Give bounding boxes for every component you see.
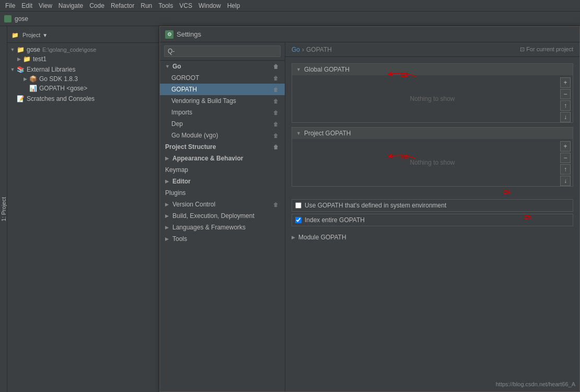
nav-item-goroot[interactable]: GOROOT 🗑 — [160, 72, 285, 84]
nav-item-go[interactable]: ▼ Go 🗑 — [160, 61, 285, 72]
project-panel: 1: Project 📁 Project ▼ ▼ 📁 — [0, 26, 159, 392]
tree-arrow-gosdk: ▶ — [22, 76, 28, 82]
nav-label-gomodule: Go Module (vgo) — [171, 132, 218, 139]
nav-label-editor: Editor — [172, 178, 191, 185]
menu-view[interactable]: View — [36, 2, 55, 9]
nav-item-editor[interactable]: ▶ Editor — [160, 176, 285, 187]
goroot-delete-icon[interactable]: 🗑 — [272, 74, 280, 82]
search-box — [160, 42, 285, 61]
panel-dropdown-icon[interactable]: ▼ — [42, 32, 48, 38]
tree-item-gosdk[interactable]: ▶ 📦 Go SDK 1.8.3 — [7, 74, 159, 84]
nav-label-vcs: Version Control — [172, 201, 215, 208]
website-label: https://blog.csdn.net/heart66_A — [496, 381, 575, 387]
gomodule-delete-icon[interactable]: 🗑 — [272, 132, 280, 139]
gopath-delete-icon[interactable]: 🗑 — [272, 86, 280, 93]
settings-title-bar: ⚙ Settings — [160, 27, 579, 42]
tree-label-ext-libs: External Libraries — [27, 66, 75, 73]
menu-run[interactable]: Run — [137, 2, 155, 9]
tree-item-ext-libs[interactable]: ▼ 📚 External Libraries — [7, 65, 159, 74]
tree-label-test1: test1 — [33, 55, 47, 63]
project-up-btn[interactable]: ↑ — [560, 164, 571, 175]
dep-delete-icon[interactable]: 🗑 — [272, 120, 280, 128]
annotation-4: ⊡4 — [503, 189, 511, 195]
nav-item-keymap[interactable]: Keymap — [160, 164, 285, 176]
menu-tools[interactable]: Tools — [155, 2, 176, 9]
vcs-delete-icon[interactable]: 🗑 — [272, 201, 280, 208]
menu-navigate[interactable]: Navigate — [55, 2, 86, 9]
nav-item-languages[interactable]: ▶ Languages & Frameworks — [160, 222, 285, 233]
global-remove-btn[interactable]: − — [560, 89, 571, 99]
tree-item-scratches[interactable]: 📝 Scratches and Consoles — [7, 94, 159, 103]
imports-delete-icon[interactable]: 🗑 — [272, 109, 280, 116]
nav-item-gopath[interactable]: GOPATH 🗑 — [160, 84, 285, 95]
vendoring-delete-icon[interactable]: 🗑 — [272, 97, 280, 105]
panel-header-text: Project — [22, 32, 40, 38]
module-gopath-row[interactable]: ▶ Module GOPATH — [285, 232, 579, 243]
nav-label-vendoring: Vendoring & Build Tags — [171, 97, 236, 105]
settings-title: Settings — [177, 30, 201, 38]
scratches-icon: 📝 — [17, 95, 25, 102]
project-add-btn[interactable]: + — [560, 141, 571, 152]
global-add-btn[interactable]: + — [560, 77, 571, 88]
title-bar: gose — [0, 11, 580, 26]
menu-refactor[interactable]: Refactor — [108, 2, 137, 9]
menu-file[interactable]: File — [2, 2, 18, 9]
nav-label-project-structure: Project Structure — [165, 143, 216, 151]
nav-item-vcs[interactable]: ▶ Version Control 🗑 — [160, 199, 285, 210]
menu-vcs[interactable]: VCS — [176, 2, 195, 9]
menu-help[interactable]: Help — [224, 2, 243, 9]
tree-item-gose[interactable]: ▼ 📁 gose E:\golang_code\gose — [7, 45, 159, 54]
nav-item-plugins[interactable]: Plugins — [160, 187, 285, 199]
settings-search-input[interactable] — [164, 45, 281, 57]
tree-item-test1[interactable]: ▶ 📁 test1 — [7, 54, 159, 64]
project-tab[interactable]: 1: Project — [0, 26, 7, 392]
project-gopath-header[interactable]: ▼ Project GOPATH — [292, 128, 573, 139]
project-gopath-arrow: ▼ — [296, 131, 301, 136]
nav-item-dep[interactable]: Dep 🗑 — [160, 118, 285, 130]
nav-label-appearance: Appearance & Behavior — [172, 155, 243, 162]
breadcrumb-sep: › — [302, 46, 304, 53]
tree-item-gopath[interactable]: 📊 GOPATH <gose> — [7, 84, 159, 93]
breadcrumb-gopath: GOPATH — [306, 46, 332, 53]
projstruct-delete-icon[interactable]: 🗑 — [272, 143, 280, 151]
go-delete-icon[interactable]: 🗑 — [272, 63, 280, 70]
tools-expand-icon: ▶ — [165, 236, 170, 241]
menu-bar: File Edit View Navigate Code Refactor Ru… — [0, 0, 580, 11]
nav-item-build[interactable]: ▶ Build, Execution, Deployment — [160, 210, 285, 222]
global-down-btn[interactable]: ↓ — [560, 112, 571, 122]
menu-window[interactable]: Window — [195, 2, 224, 9]
folder-icon: 📁 — [11, 32, 19, 38]
for-project-label: ⊡ For current project — [520, 46, 573, 53]
menu-edit[interactable]: Edit — [18, 2, 36, 9]
breadcrumb-go[interactable]: Go — [292, 46, 300, 53]
gopath-icon: 📊 — [29, 85, 37, 92]
nav-item-vendoring[interactable]: Vendoring & Build Tags 🗑 — [160, 95, 285, 107]
use-gopath-checkbox[interactable] — [295, 202, 301, 209]
global-up-btn[interactable]: ↑ — [560, 100, 571, 111]
global-gopath-arrow: ▼ — [296, 67, 301, 72]
nav-label-imports: Imports — [171, 109, 192, 116]
annotation-4-text: ⊡4 — [503, 189, 511, 195]
nav-item-gomodule[interactable]: Go Module (vgo) 🗑 — [160, 130, 285, 141]
global-gopath-header[interactable]: ▼ Global GOPATH — [292, 64, 573, 75]
ext-libs-icon: 📚 — [17, 66, 25, 73]
nav-label-build: Build, Execution, Deployment — [172, 212, 254, 220]
nav-item-tools[interactable]: ▶ Tools — [160, 233, 285, 245]
global-gopath-body: Nothing to show + − ↑ ↓ — [292, 75, 573, 122]
index-gopath-label: Index entire GOPATH — [305, 216, 365, 224]
bottom-options: ⊡4 Use GOPATH that's defined in system e… — [285, 191, 579, 232]
project-down-btn[interactable]: ↓ — [560, 176, 571, 186]
nav-item-project-structure[interactable]: Project Structure 🗑 — [160, 141, 285, 153]
nav-item-appearance[interactable]: ▶ Appearance & Behavior — [160, 153, 285, 164]
tree-arrow-scratches — [9, 96, 16, 102]
index-gopath-checkbox[interactable] — [295, 217, 301, 223]
project-gopath-title: Project GOPATH — [304, 130, 351, 137]
app-title: gose — [15, 15, 28, 22]
project-remove-btn[interactable]: − — [560, 153, 571, 163]
nav-label-tools: Tools — [172, 235, 187, 243]
nav-item-imports[interactable]: Imports 🗑 — [160, 107, 285, 118]
nav-label-plugins: Plugins — [165, 189, 185, 197]
nav-label-gopath: GOPATH — [171, 86, 197, 93]
settings-dialog: ⚙ Settings ▼ Go 🗑 GOROOT 🗑 — [159, 26, 580, 392]
menu-code[interactable]: Code — [86, 2, 108, 9]
